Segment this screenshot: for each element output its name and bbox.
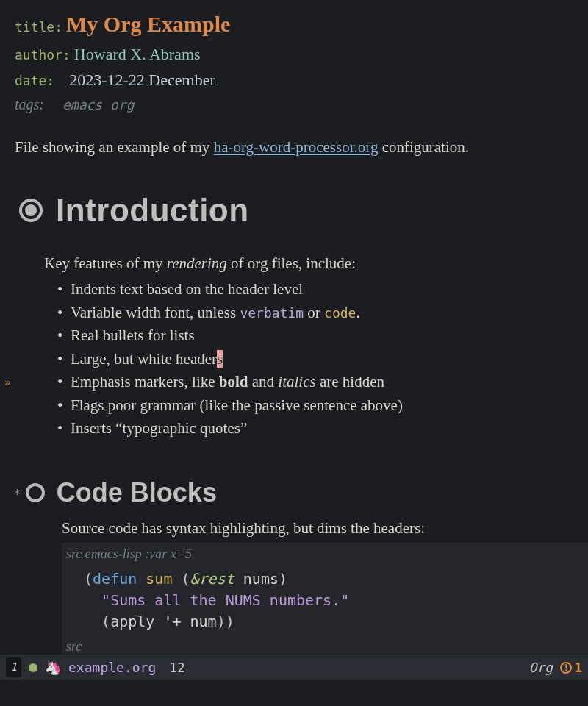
meta-key-tags: tags: [15, 96, 44, 113]
src-begin-line: src emacs-lisp :var x=5 [62, 543, 588, 566]
features-lead: Key features of my rendering of org file… [44, 252, 588, 276]
list-item: Large, but white headers [57, 348, 588, 371]
document-date: 2023-12-22 December [69, 71, 215, 89]
config-link[interactable]: ha-org-word-processor.org [214, 138, 379, 156]
source-block[interactable]: src emacs-lisp :var x=5 (defun sum (&res… [62, 543, 588, 658]
buffer-filename[interactable]: example.org [68, 657, 156, 677]
heading-bullet-icon [26, 483, 45, 502]
heading-2-text: Code Blocks [57, 473, 217, 513]
heading-code-blocks[interactable]: * Code Blocks [13, 473, 588, 513]
meta-author-line: author: Howard X. Abrams [15, 42, 588, 66]
code-content[interactable]: (defun sum (&rest nums) "Sums all the NU… [62, 566, 588, 635]
introduction-body: Key features of my rendering of org file… [44, 252, 588, 441]
echo-area [0, 680, 588, 706]
text-cursor: s [217, 350, 223, 368]
features-list: Indents text based on the header level V… [57, 278, 588, 441]
warning-count: 1 [574, 657, 582, 677]
meta-key-title: title: [15, 19, 62, 35]
code-intro: Source code has syntax highlighting, but… [62, 517, 588, 541]
meta-title-line: title: My Org Example [15, 7, 588, 40]
document-author: Howard X. Abrams [74, 45, 201, 63]
heading-bullet-icon [19, 199, 43, 222]
meta-key-author: author: [15, 47, 71, 63]
heading-introduction[interactable]: Introduction [19, 186, 588, 235]
list-item: Flags poor grammar (like the passive sen… [57, 394, 588, 418]
list-item: Real bullets for lists [57, 324, 588, 348]
list-item: » Emphasis markers, like bold and italic… [57, 371, 588, 394]
window-number: 1 [6, 657, 21, 677]
fringe-marker-icon: » [4, 375, 10, 391]
meta-tags-line: tags: emacs org [15, 93, 588, 115]
code-text: code [324, 305, 356, 321]
mode-line[interactable]: 1 🦄 example.org 12 Org ! 1 [0, 655, 588, 680]
modified-indicator-icon [29, 663, 37, 672]
meta-date-line: date: 2023-12-22 December [15, 68, 588, 92]
flycheck-warnings[interactable]: ! 1 [560, 657, 582, 677]
verbatim-text: verbatim [240, 305, 304, 321]
heading-1-text: Introduction [56, 186, 249, 235]
unicorn-icon: 🦄 [45, 657, 61, 677]
major-mode[interactable]: Org [529, 657, 553, 677]
list-item: Indents text based on the header level [57, 278, 588, 302]
document-tags: emacs org [62, 97, 135, 113]
editor-buffer[interactable]: title: My Org Example author: Howard X. … [0, 0, 588, 655]
list-item: Inserts “typographic quotes” [57, 417, 588, 441]
warning-icon: ! [560, 662, 572, 674]
code-blocks-body: Source code has syntax highlighting, but… [62, 517, 588, 659]
list-item: Variable width font, unless verbatim or … [57, 302, 588, 325]
meta-key-date: date: [15, 73, 54, 88]
intro-paragraph: File showing an example of my ha-org-wor… [15, 136, 588, 160]
document-title: My Org Example [66, 12, 230, 36]
line-number: 12 [169, 657, 185, 677]
heading-star-icon: * [13, 484, 21, 504]
